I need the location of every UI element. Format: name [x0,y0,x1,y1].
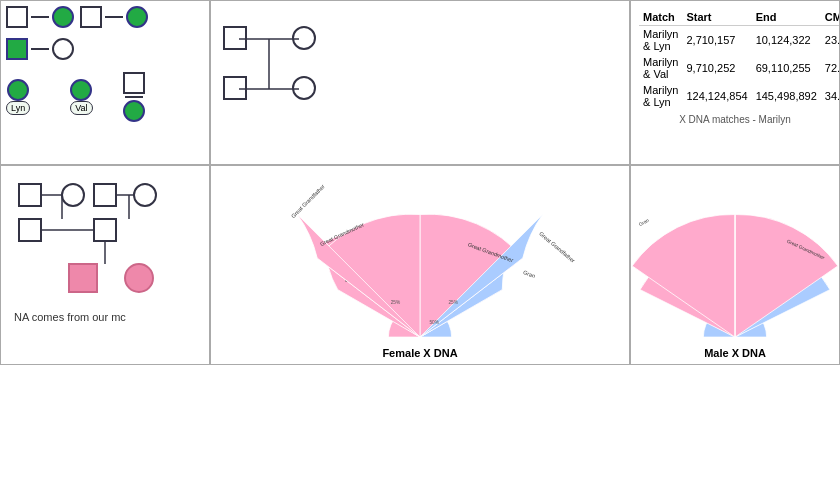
ped-square-1 [6,6,28,28]
ped-circle-green-2 [126,6,148,28]
ped-square-2 [80,6,102,28]
svg-point-20 [125,264,153,292]
male-xdna-container: My Brother Mother Mother Grandfather Gre… [630,165,840,365]
ped-square-green-1 [6,38,28,60]
svg-rect-17 [94,219,116,241]
ped-line-2 [105,16,123,18]
na-text: NA comes from our mc [14,311,196,323]
mid-pedigree-svg [14,179,204,299]
table-row: Marilyn & Lyn124,124,854145,498,89234.5 [639,82,840,110]
ped-circle-1 [52,38,74,60]
col-cms: CMs [821,9,840,26]
svg-text:Gran: Gran [522,269,536,279]
match-table-container: Match Start End CMs Marilyn & Lyn2,710,1… [630,0,840,165]
ped-circle-val [70,79,92,101]
col-start: Start [682,9,751,26]
match-table: Match Start End CMs Marilyn & Lyn2,710,1… [639,9,840,110]
ped-circle-green-1 [52,6,74,28]
ped-circle-green-3 [123,100,145,122]
pedigree-lines-svg [219,9,621,159]
svg-point-6 [293,77,315,99]
svg-rect-15 [19,219,41,241]
svg-text:Great Grandfather: Great Grandfather [290,183,326,219]
table-row: Marilyn & Lyn2,710,15710,124,32223.8 [639,26,840,55]
col-end: End [752,9,821,26]
svg-rect-11 [94,184,116,206]
svg-rect-5 [224,77,246,99]
female-xdna-label: Female X DNA [382,347,457,359]
mid-left-pedigree: NA comes from our mc [0,165,210,365]
table-row: Marilyn & Val9,710,25269,110,25572.9 [639,54,840,82]
svg-point-13 [134,184,156,206]
ped-label-lyn: Lyn [6,101,30,115]
top-center-area [210,0,630,165]
ped-square-3 [123,72,145,94]
ped-line-3 [31,48,49,50]
svg-text:25%: 25% [391,300,401,305]
svg-rect-3 [224,27,246,49]
match-table-title: X DNA matches - Marilyn [639,114,831,125]
female-xdna-svg: Self Father Mother Grandfather Gran Gran… [230,171,610,345]
male-xdna-label: Male X DNA [704,347,766,359]
svg-rect-19 [69,264,97,292]
ped-circle-lyn [7,79,29,101]
svg-text:50%: 50% [429,320,439,325]
svg-text:Gran: Gran [638,217,650,227]
col-match: Match [639,9,682,26]
ped-line-1 [31,16,49,18]
svg-text:Great Grandfather: Great Grandfather [538,230,576,263]
svg-point-9 [62,184,84,206]
svg-text:25%: 25% [448,300,458,305]
top-left-pedigree: Lyn Val [0,0,210,165]
female-xdna-container: Self Father Mother Grandfather Gran Gran… [210,165,630,365]
ped-label-val: Val [70,101,92,115]
svg-point-4 [293,27,315,49]
svg-rect-7 [19,184,41,206]
male-xdna-svg: My Brother Mother Mother Grandfather Gre… [615,171,840,345]
